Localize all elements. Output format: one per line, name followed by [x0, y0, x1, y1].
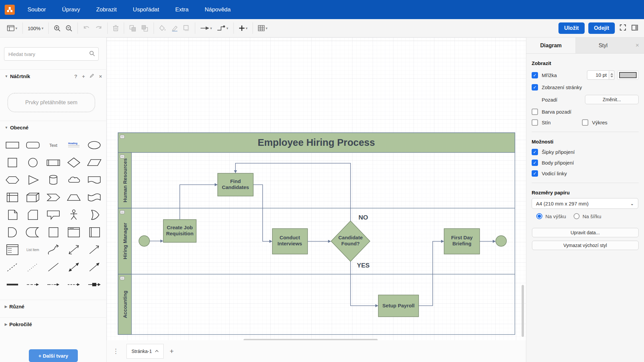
menu-upravy[interactable]: Úpravy — [54, 0, 88, 19]
shape-square[interactable] — [2, 154, 22, 171]
clear-default-style-button[interactable]: Vymazat výchozí styl — [532, 241, 639, 250]
shape-double-arrow-line[interactable] — [64, 258, 84, 276]
shape-parallelogram[interactable] — [84, 154, 105, 171]
shape-container[interactable] — [64, 224, 84, 241]
shape-text[interactable]: Text — [43, 136, 63, 154]
section-advanced[interactable]: ▶ Pokročilé — [0, 317, 107, 331]
shape-process[interactable] — [43, 154, 63, 171]
fullscreen-icon[interactable] — [620, 24, 626, 32]
undo-button[interactable] — [80, 22, 93, 35]
shape-vertical-container[interactable] — [84, 224, 105, 241]
scratchpad-drop-area[interactable]: Prvky přetáhněte sem — [7, 93, 95, 112]
shape-and[interactable] — [2, 224, 22, 241]
to-front-button[interactable] — [127, 22, 139, 35]
shape-card[interactable] — [22, 206, 43, 224]
node-end[interactable] — [496, 236, 506, 246]
add-scratchpad-icon[interactable]: + — [82, 73, 85, 79]
grid-checkbox[interactable]: ✓ — [532, 72, 538, 78]
grid-size-spinner[interactable] — [609, 70, 614, 80]
to-back-button[interactable] — [139, 22, 151, 35]
shape-document[interactable] — [84, 171, 105, 189]
shape-ellipse[interactable] — [84, 136, 105, 154]
section-misc[interactable]: ▶ Různé — [0, 300, 107, 313]
shape-actor[interactable] — [64, 206, 84, 224]
shape-rectangle[interactable] — [2, 136, 22, 154]
shape-line[interactable] — [43, 258, 63, 276]
close-panel-icon[interactable]: × — [631, 38, 644, 53]
shadow-checkbox[interactable] — [532, 119, 538, 126]
shape-search-input[interactable] — [4, 51, 89, 57]
edit-data-button[interactable]: Upravit data... — [532, 228, 639, 237]
grid-color-swatch[interactable] — [617, 70, 639, 80]
shape-or[interactable] — [84, 206, 105, 224]
shape-internal-storage[interactable] — [2, 189, 22, 206]
shape-trapezoid[interactable] — [64, 189, 84, 206]
guides-checkbox[interactable]: ✓ — [532, 170, 538, 177]
shape-tape[interactable] — [84, 189, 105, 206]
shape-callout[interactable] — [43, 206, 63, 224]
fill-color-button[interactable] — [157, 22, 169, 35]
shape-connector-symbol[interactable] — [84, 276, 105, 293]
bg-color-checkbox[interactable] — [532, 109, 538, 115]
shape-diamond[interactable] — [64, 154, 84, 171]
exit-button[interactable]: Odejít — [588, 22, 615, 34]
help-icon[interactable]: ? — [74, 73, 77, 79]
menu-soubor[interactable]: Soubor — [19, 0, 54, 19]
more-shapes-button[interactable]: + Další tvary — [29, 349, 78, 362]
format-panel-toggle-icon[interactable] — [632, 25, 638, 32]
shape-cloud[interactable] — [64, 171, 84, 189]
zoom-in-button[interactable] — [51, 22, 63, 35]
connection-points-checkbox[interactable]: ✓ — [532, 160, 538, 166]
delete-button[interactable] — [110, 22, 121, 35]
shape-cylinder[interactable] — [43, 171, 63, 189]
shape-circle[interactable] — [22, 154, 43, 171]
tab-style[interactable]: Styl — [576, 38, 630, 53]
page-view-checkbox[interactable]: ✓ — [532, 84, 538, 90]
shape-list[interactable] — [2, 241, 22, 258]
shape-arrow-line[interactable] — [84, 258, 105, 276]
grid-size-input[interactable]: 10 pt — [587, 70, 609, 80]
shape-search[interactable] — [4, 47, 99, 61]
shape-note[interactable] — [2, 206, 22, 224]
shape-dashed-arrow[interactable] — [22, 276, 43, 293]
shape-dotted-line[interactable] — [22, 258, 43, 276]
paper-size-select[interactable]: A4 (210 mm x 297 mm) ⌄ — [532, 198, 638, 209]
shape-hexagon[interactable] — [2, 171, 22, 189]
section-general[interactable]: ▼ Obecné — [0, 121, 107, 134]
shape-dashed-line[interactable] — [2, 258, 22, 276]
table-button[interactable]: ▾ — [256, 22, 270, 35]
insert-button[interactable]: ▾ — [236, 22, 250, 35]
sketch-checkbox[interactable] — [582, 119, 588, 126]
view-panels-button[interactable]: ▾ — [5, 22, 20, 35]
redo-button[interactable] — [93, 22, 105, 35]
menu-napoveda[interactable]: Nápověda — [197, 0, 239, 19]
shape-list-item[interactable]: List Item — [22, 241, 43, 258]
shadow-button[interactable] — [181, 22, 192, 35]
pool-title[interactable]: Employee Hiring Process — [258, 137, 375, 148]
vertical-scrollbar[interactable] — [522, 285, 524, 337]
save-button[interactable]: Uložit — [558, 22, 585, 34]
shape-dashed-arrow-2[interactable] — [43, 276, 63, 293]
close-icon[interactable]: × — [99, 73, 102, 79]
app-logo-icon[interactable] — [5, 5, 15, 15]
scratchpad-header[interactable]: ▼ Náčrtník ? + × — [0, 69, 107, 83]
lane-label-acct[interactable]: Accounting — [122, 291, 128, 318]
lane-label-hr[interactable]: Human Resources — [122, 158, 128, 202]
node-start[interactable] — [139, 236, 150, 246]
shape-arrow-shape[interactable] — [84, 241, 105, 258]
connection-arrows-checkbox[interactable]: ✓ — [532, 149, 538, 155]
portrait-radio[interactable] — [536, 213, 542, 219]
landscape-radio[interactable] — [574, 213, 580, 219]
connector-style-button[interactable]: ▾ — [214, 22, 231, 35]
add-page-button[interactable]: + — [170, 347, 174, 355]
zoom-out-button[interactable] — [63, 22, 75, 35]
shape-data-storage[interactable] — [22, 224, 43, 241]
shape-bidirectional-arrow[interactable] — [64, 241, 84, 258]
shape-cube[interactable] — [22, 189, 43, 206]
lane-label-hm[interactable]: Hiring Manager — [122, 223, 128, 259]
shape-link[interactable] — [2, 276, 22, 293]
shape-step[interactable] — [43, 189, 63, 206]
edit-pencil-icon[interactable] — [90, 73, 94, 79]
shape-triangle[interactable] — [22, 171, 43, 189]
menu-zobrazit[interactable]: Zobrazit — [88, 0, 125, 19]
